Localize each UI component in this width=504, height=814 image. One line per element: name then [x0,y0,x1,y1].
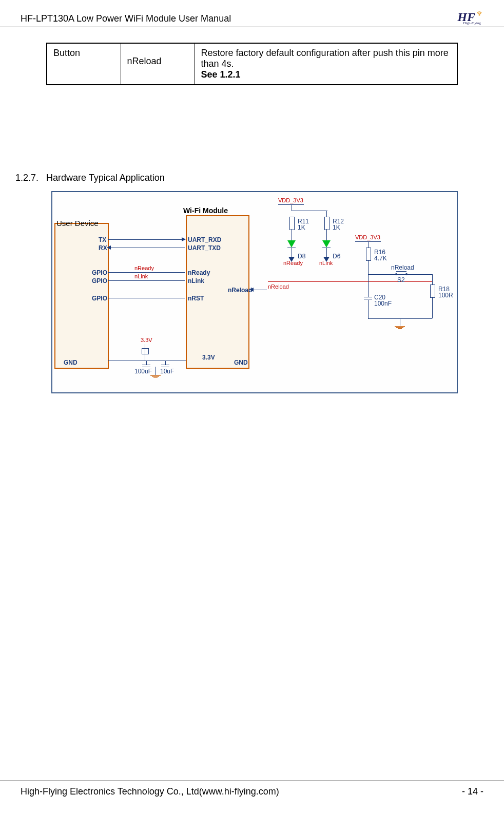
wifi-module-title: Wi-Fi Module [181,206,230,215]
resistor-r11 [289,217,295,230]
table-cell: Restore factory default configuration af… [195,43,457,85]
button-s2 [394,270,409,275]
svg-point-0 [479,14,480,16]
arrow-tx-rxd [108,239,185,240]
page-header: HF-LPT130A Low Power WiFi Module User Ma… [0,0,504,27]
resistor-r18 [430,285,435,298]
ground-icon [150,375,161,378]
table-cell: Button [47,43,121,85]
document-title: HF-LPT130A Low Power WiFi Module User Ma… [21,13,231,24]
line-nrst [108,298,185,298]
capacitor-10uf [161,365,169,367]
led-d6 [322,240,331,248]
wifi-icon [476,5,484,19]
polarity-icon [142,348,149,354]
capacitor-c20 [364,297,372,299]
resistor-r12 [324,217,329,230]
pin-table: Button nReload Restore factory default c… [46,43,458,85]
led-d8 [287,240,296,248]
resistor-r16 [366,248,371,261]
line-nready [108,272,185,273]
line-nlink [108,280,185,281]
ground-icon [395,326,405,329]
circuit-diagram: User Device Wi-Fi Module TX RX GPIO GPIO… [51,191,458,393]
arrow-txd-rx [108,248,185,248]
logo: HF High-Flying [457,10,483,24]
capacitor-100uf [142,365,150,367]
arrow-nreload [250,290,267,290]
user-device-title: User Device [56,219,99,228]
table-cell: nReload [121,43,195,85]
section-heading: 1.2.7. Hardware Typical Application [15,173,458,183]
content: Button nReload Restore factory default c… [0,27,504,393]
